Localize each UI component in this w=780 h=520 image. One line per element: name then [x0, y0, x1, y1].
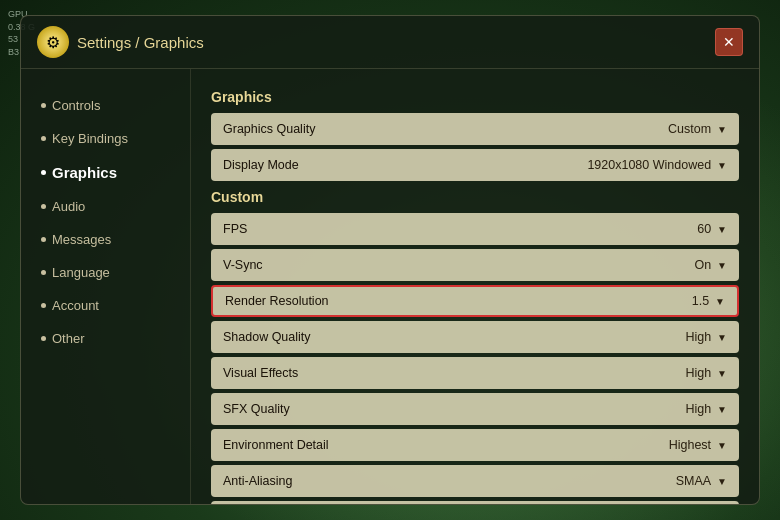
shadow-quality-value: High — [685, 330, 711, 344]
title-bar: ⚙ Settings / Graphics ✕ — [21, 16, 759, 69]
sfx-quality-row[interactable]: SFX Quality High ▼ — [211, 393, 739, 425]
graphics-quality-row[interactable]: Graphics Quality Custom ▼ — [211, 113, 739, 145]
sidebar-item-controls[interactable]: Controls — [21, 89, 190, 122]
sidebar-item-label: Other — [52, 331, 85, 346]
sidebar-item-other[interactable]: Other — [21, 322, 190, 355]
volumetric-fog-row[interactable]: Volumetric Fog On ▼ — [211, 501, 739, 504]
vsync-label: V-Sync — [223, 258, 694, 272]
dot-icon — [41, 136, 46, 141]
dot-icon — [41, 103, 46, 108]
sidebar-item-messages[interactable]: Messages — [21, 223, 190, 256]
settings-window: ⚙ Settings / Graphics ✕ Controls Key Bin… — [20, 15, 760, 505]
vsync-value: On — [694, 258, 711, 272]
sidebar-item-label: Key Bindings — [52, 131, 128, 146]
chevron-down-icon: ▼ — [717, 332, 727, 343]
settings-icon: ⚙ — [37, 26, 69, 58]
sidebar-item-label: Account — [52, 298, 99, 313]
chevron-down-icon: ▼ — [717, 160, 727, 171]
window-content: Controls Key Bindings Graphics Audio Mes… — [21, 69, 759, 504]
shadow-quality-row[interactable]: Shadow Quality High ▼ — [211, 321, 739, 353]
chevron-down-icon: ▼ — [717, 224, 727, 235]
dot-icon — [41, 237, 46, 242]
sidebar-item-keybindings[interactable]: Key Bindings — [21, 122, 190, 155]
sidebar-item-label: Language — [52, 265, 110, 280]
chevron-down-icon: ▼ — [717, 440, 727, 451]
display-mode-value: 1920x1080 Windowed — [587, 158, 711, 172]
sidebar-item-label: Controls — [52, 98, 100, 113]
window-title: Settings / Graphics — [77, 34, 204, 51]
sidebar-item-language[interactable]: Language — [21, 256, 190, 289]
display-mode-label: Display Mode — [223, 158, 587, 172]
graphics-quality-value: Custom — [668, 122, 711, 136]
environment-detail-value: Highest — [669, 438, 711, 452]
dot-icon — [41, 270, 46, 275]
dot-icon — [41, 170, 46, 175]
render-resolution-value: 1.5 — [692, 294, 709, 308]
chevron-down-icon: ▼ — [717, 476, 727, 487]
render-resolution-label: Render Resolution — [225, 294, 692, 308]
visual-effects-value: High — [685, 366, 711, 380]
anti-aliasing-label: Anti-Aliasing — [223, 474, 676, 488]
custom-section-title: Custom — [211, 189, 739, 205]
sidebar-item-label: Graphics — [52, 164, 117, 181]
graphics-section-title: Graphics — [211, 89, 739, 105]
sfx-quality-label: SFX Quality — [223, 402, 685, 416]
environment-detail-label: Environment Detail — [223, 438, 669, 452]
sidebar-item-account[interactable]: Account — [21, 289, 190, 322]
shadow-quality-label: Shadow Quality — [223, 330, 685, 344]
display-mode-row[interactable]: Display Mode 1920x1080 Windowed ▼ — [211, 149, 739, 181]
sidebar-item-audio[interactable]: Audio — [21, 190, 190, 223]
sidebar: Controls Key Bindings Graphics Audio Mes… — [21, 69, 191, 504]
visual-effects-row[interactable]: Visual Effects High ▼ — [211, 357, 739, 389]
render-resolution-row[interactable]: Render Resolution 1.5 ▼ — [211, 285, 739, 317]
chevron-down-icon: ▼ — [717, 124, 727, 135]
main-content: Graphics Graphics Quality Custom ▼ Displ… — [191, 69, 759, 504]
sfx-quality-value: High — [685, 402, 711, 416]
dot-icon — [41, 204, 46, 209]
anti-aliasing-value: SMAA — [676, 474, 711, 488]
gear-icon: ⚙ — [37, 26, 69, 58]
fps-value: 60 — [697, 222, 711, 236]
vsync-row[interactable]: V-Sync On ▼ — [211, 249, 739, 281]
close-button[interactable]: ✕ — [715, 28, 743, 56]
sidebar-item-label: Messages — [52, 232, 111, 247]
sidebar-item-label: Audio — [52, 199, 85, 214]
dot-icon — [41, 336, 46, 341]
visual-effects-label: Visual Effects — [223, 366, 685, 380]
anti-aliasing-row[interactable]: Anti-Aliasing SMAA ▼ — [211, 465, 739, 497]
fps-label: FPS — [223, 222, 697, 236]
chevron-down-icon: ▼ — [717, 368, 727, 379]
graphics-quality-label: Graphics Quality — [223, 122, 668, 136]
environment-detail-row[interactable]: Environment Detail Highest ▼ — [211, 429, 739, 461]
fps-row[interactable]: FPS 60 ▼ — [211, 213, 739, 245]
chevron-down-icon: ▼ — [717, 260, 727, 271]
chevron-down-icon: ▼ — [717, 404, 727, 415]
chevron-down-icon: ▼ — [715, 296, 725, 307]
sidebar-item-graphics[interactable]: Graphics — [21, 155, 190, 190]
dot-icon — [41, 303, 46, 308]
